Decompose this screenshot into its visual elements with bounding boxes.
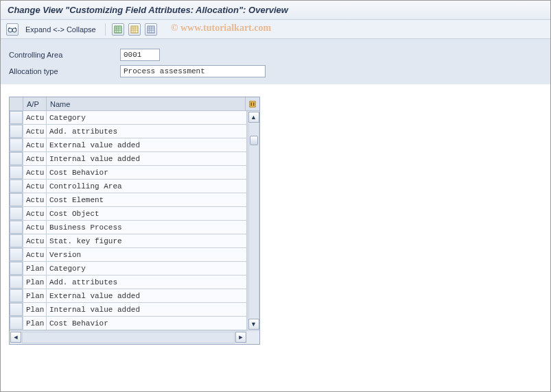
cell-name[interactable]: Cost Behavior <box>47 317 247 330</box>
row-selector[interactable] <box>10 317 23 330</box>
scroll-right-icon[interactable]: ► <box>235 332 246 343</box>
scroll-up-icon[interactable]: ▲ <box>248 112 259 123</box>
toolbar-separator <box>105 23 106 36</box>
configure-columns-icon[interactable] <box>246 97 259 110</box>
table-row: ActuStat. key figure <box>10 234 247 248</box>
cell-ap[interactable]: Plan <box>23 289 47 302</box>
table-row: ActuCost Object <box>10 207 247 221</box>
cell-name[interactable]: External value added <box>47 138 247 151</box>
controlling-area-row: Controlling Area <box>9 49 542 61</box>
row-selector[interactable] <box>10 193 23 206</box>
cell-ap[interactable]: Actu <box>23 138 47 151</box>
table-row: PlanInternal value added <box>10 303 247 317</box>
row-selector[interactable] <box>10 289 23 302</box>
svg-rect-6 <box>251 102 253 106</box>
glasses-icon[interactable] <box>6 23 19 36</box>
vertical-scrollbar[interactable]: ▲ ▼ <box>247 111 259 330</box>
cell-ap[interactable]: Actu <box>23 166 47 179</box>
allocation-type-row: Allocation type <box>9 65 542 77</box>
cell-name[interactable]: Category <box>47 111 247 124</box>
toolbar: Expand <-> Collapse © www.tutorialkart.c… <box>1 20 550 39</box>
cell-name[interactable]: Cost Behavior <box>47 166 247 179</box>
row-selector[interactable] <box>10 303 23 316</box>
cell-ap[interactable]: Actu <box>23 111 47 124</box>
controlling-area-label: Controlling Area <box>9 51 112 59</box>
row-selector[interactable] <box>10 262 23 275</box>
table-row: ActuInternal value added <box>10 152 247 166</box>
table-yellow-icon[interactable] <box>128 23 141 36</box>
corner-spacer <box>247 331 259 344</box>
cell-ap[interactable]: Plan <box>23 262 47 275</box>
row-selector[interactable] <box>10 125 23 138</box>
row-selector[interactable] <box>10 180 23 193</box>
table-row: ActuCost Element <box>10 193 247 207</box>
cell-ap[interactable]: Actu <box>23 207 47 220</box>
cell-name[interactable]: Stat. key figure <box>47 234 247 247</box>
cell-name[interactable]: Category <box>47 262 247 275</box>
row-selector[interactable] <box>10 275 23 289</box>
cell-name[interactable]: Version <box>47 248 247 261</box>
cell-ap[interactable]: Actu <box>23 152 47 165</box>
cell-ap[interactable]: Actu <box>23 248 47 261</box>
cell-ap[interactable]: Actu <box>23 193 47 206</box>
table-row: ActuVersion <box>10 248 247 262</box>
header-ap[interactable]: A/P <box>23 97 47 110</box>
cell-name[interactable]: Cost Element <box>47 193 247 206</box>
scroll-down-icon[interactable]: ▼ <box>248 319 259 330</box>
row-selector[interactable] <box>10 248 23 261</box>
cell-name[interactable]: Controlling Area <box>47 180 247 193</box>
table-row: PlanAdd. attributes <box>10 275 247 289</box>
header-name[interactable]: Name <box>47 97 246 110</box>
scroll-track[interactable] <box>248 123 259 318</box>
horizontal-scrollbar[interactable]: ◄ ► <box>10 330 259 344</box>
row-selector[interactable] <box>10 221 23 234</box>
title-bar: Change View "Customizing Field Attribute… <box>1 1 550 20</box>
cell-ap[interactable]: Plan <box>23 303 47 316</box>
table-row: ActuExternal value added <box>10 138 247 152</box>
svg-point-1 <box>12 28 16 32</box>
scroll-left-icon[interactable]: ◄ <box>10 332 21 343</box>
table-row: PlanCategory <box>10 262 247 275</box>
table-body: ActuCategoryActuAdd. attributesActuExter… <box>10 111 259 330</box>
row-selector[interactable] <box>10 152 23 165</box>
cell-ap[interactable]: Actu <box>23 221 47 234</box>
svg-rect-3 <box>131 26 138 33</box>
cell-name[interactable]: Cost Object <box>47 207 247 220</box>
watermark-text: © www.tutorialkart.com <box>171 23 271 34</box>
cell-name[interactable]: Internal value added <box>47 303 247 316</box>
svg-point-0 <box>8 28 12 32</box>
svg-rect-7 <box>253 102 255 106</box>
table-plain-icon[interactable] <box>145 23 157 36</box>
table-row: ActuBusiness Process <box>10 221 247 234</box>
table-green-icon[interactable] <box>112 23 124 36</box>
page-title: Change View "Customizing Field Attribute… <box>8 5 543 15</box>
table-row: ActuControlling Area <box>10 180 247 193</box>
row-selector[interactable] <box>10 138 23 151</box>
cell-name[interactable]: External value added <box>47 289 247 302</box>
cell-name[interactable]: Add. attributes <box>47 125 247 138</box>
allocation-type-label: Allocation type <box>9 67 112 75</box>
cell-ap[interactable]: Plan <box>23 317 47 330</box>
allocation-type-field[interactable] <box>120 65 266 77</box>
table-row: PlanCost Behavior <box>10 317 247 330</box>
cell-ap[interactable]: Plan <box>23 275 47 289</box>
cell-ap[interactable]: Actu <box>23 125 47 138</box>
table-row: ActuAdd. attributes <box>10 125 247 138</box>
cell-ap[interactable]: Actu <box>23 180 47 193</box>
row-selector[interactable] <box>10 207 23 220</box>
svg-rect-5 <box>250 101 255 106</box>
table: A/P Name ActuCategoryActuAdd. attributes… <box>9 97 260 345</box>
cell-name[interactable]: Add. attributes <box>47 275 247 289</box>
header-select-all[interactable] <box>10 97 23 110</box>
row-selector[interactable] <box>10 234 23 247</box>
scroll-thumb[interactable] <box>250 136 258 145</box>
svg-rect-4 <box>148 26 154 33</box>
cell-name[interactable]: Business Process <box>47 221 247 234</box>
controlling-area-field[interactable] <box>120 49 160 61</box>
cell-ap[interactable]: Actu <box>23 234 47 247</box>
h-scroll-track[interactable] <box>22 332 235 343</box>
row-selector[interactable] <box>10 166 23 179</box>
cell-name[interactable]: Internal value added <box>47 152 247 165</box>
row-selector[interactable] <box>10 111 23 124</box>
expand-collapse-button[interactable]: Expand <-> Collapse <box>23 24 99 35</box>
